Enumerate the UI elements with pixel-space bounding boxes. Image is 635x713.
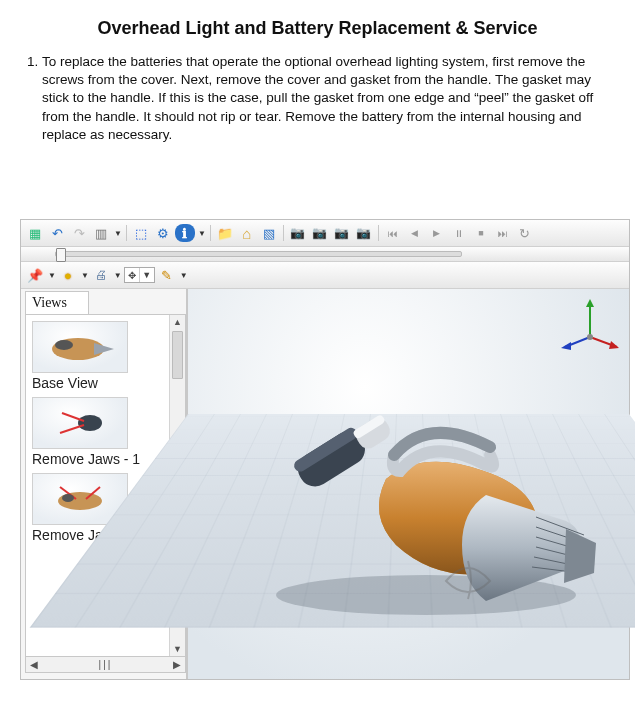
chevron-down-icon: ▼ bbox=[81, 271, 89, 280]
page-title: Overhead Light and Battery Replacement &… bbox=[28, 18, 607, 39]
workspace: Views Base View Remove Jaws - 1 bbox=[21, 289, 629, 679]
timeline-slider[interactable] bbox=[55, 251, 462, 257]
svg-line-4 bbox=[62, 413, 84, 421]
redo-button[interactable]: ↷ bbox=[69, 223, 89, 243]
animation-loop-button[interactable]: ↻ bbox=[515, 223, 535, 243]
instruction-list: To replace the batteries that operate th… bbox=[42, 53, 607, 144]
svg-marker-11 bbox=[586, 299, 594, 307]
animation-stop-button[interactable]: ■ bbox=[471, 223, 491, 243]
main-toolbar: ▦ ↶ ↷ ▥▼ ⬚ ⚙ ℹ ▼ 📁 ⌂ ▧ 📷 📷 📷 📷 ⏮ ◀ ▶ ⏸ ■… bbox=[21, 220, 629, 247]
scroll-thumb[interactable] bbox=[172, 331, 183, 379]
animation-play-button[interactable]: ▶ bbox=[427, 223, 447, 243]
folder-button[interactable]: 📁 bbox=[215, 223, 235, 243]
animation-prev-button[interactable]: ◀ bbox=[405, 223, 425, 243]
svg-point-16 bbox=[587, 334, 593, 340]
timeline-thumb[interactable] bbox=[56, 248, 66, 262]
app-icon[interactable]: ▦ bbox=[25, 223, 45, 243]
svg-point-1 bbox=[55, 340, 73, 350]
instruction-item-1: To replace the batteries that operate th… bbox=[42, 53, 607, 144]
chevron-down-icon: ▼ bbox=[180, 271, 188, 280]
view-item-label: Remove Jaws - 1 bbox=[32, 451, 165, 467]
camera-button-2[interactable]: 📷 bbox=[310, 223, 330, 243]
cad-viewer-window: ▦ ↶ ↷ ▥▼ ⬚ ⚙ ℹ ▼ 📁 ⌂ ▧ 📷 📷 📷 📷 ⏮ ◀ ▶ ⏸ ■… bbox=[20, 219, 630, 680]
view-item-label: Base View bbox=[32, 375, 165, 391]
separator bbox=[126, 225, 127, 241]
chevron-down-icon: ▼ bbox=[198, 229, 206, 238]
animation-first-button[interactable]: ⏮ bbox=[383, 223, 403, 243]
camera-button-1[interactable]: 📷 bbox=[288, 223, 308, 243]
secondary-toolbar: 📌 ▼ ● ▼ 🖨 ▼ ✥ ▼ ✎ ▼ bbox=[21, 262, 629, 289]
rescue-tool-model bbox=[236, 359, 606, 639]
separator bbox=[283, 225, 284, 241]
view-item-remove-jaws-1[interactable]: Remove Jaws - 1 bbox=[32, 397, 165, 467]
annotate-button[interactable]: ✎ bbox=[157, 265, 177, 285]
scroll-left-arrow[interactable]: ◀ bbox=[26, 659, 42, 670]
separator bbox=[210, 225, 211, 241]
home-button[interactable]: ⌂ bbox=[237, 223, 257, 243]
view-options-button[interactable]: ▥ bbox=[91, 223, 111, 243]
animation-pause-button[interactable]: ⏸ bbox=[449, 223, 469, 243]
svg-marker-13 bbox=[609, 341, 619, 349]
box-button[interactable]: ▧ bbox=[259, 223, 279, 243]
undo-button[interactable]: ↶ bbox=[47, 223, 67, 243]
camera-button-4[interactable]: 📷 bbox=[354, 223, 374, 243]
fit-view-button[interactable]: ⬚ bbox=[131, 223, 151, 243]
info-button[interactable]: ℹ bbox=[175, 224, 195, 242]
scroll-thumb[interactable]: ||| bbox=[99, 659, 113, 670]
view-thumbnail bbox=[32, 397, 128, 449]
view-thumbnail bbox=[32, 321, 128, 373]
views-horizontal-scrollbar[interactable]: ◀ ||| ▶ bbox=[25, 657, 186, 673]
chevron-down-icon: ▼ bbox=[48, 271, 56, 280]
svg-point-3 bbox=[78, 415, 102, 431]
svg-point-9 bbox=[62, 494, 74, 502]
chevron-down-icon: ▼ bbox=[139, 268, 154, 282]
separator bbox=[378, 225, 379, 241]
timeline-row bbox=[21, 247, 629, 262]
model-viewport[interactable] bbox=[187, 289, 629, 679]
print-button[interactable]: 🖨 bbox=[91, 265, 111, 285]
record-button[interactable]: ● bbox=[58, 265, 78, 285]
orientation-triad[interactable] bbox=[559, 297, 621, 359]
view-item-base[interactable]: Base View bbox=[32, 321, 165, 391]
chevron-down-icon: ▼ bbox=[114, 229, 122, 238]
svg-marker-2 bbox=[94, 343, 114, 355]
settings-gear-button[interactable]: ⚙ bbox=[153, 223, 173, 243]
svg-marker-15 bbox=[561, 342, 571, 350]
scroll-right-arrow[interactable]: ▶ bbox=[169, 659, 185, 670]
scroll-down-arrow[interactable]: ▼ bbox=[170, 642, 185, 656]
chevron-down-icon: ▼ bbox=[114, 271, 122, 280]
camera-button-3[interactable]: 📷 bbox=[332, 223, 352, 243]
scroll-up-arrow[interactable]: ▲ bbox=[170, 315, 185, 329]
svg-line-5 bbox=[60, 425, 84, 433]
animation-next-button[interactable]: ⏭ bbox=[493, 223, 513, 243]
move-icon: ✥ bbox=[125, 268, 139, 282]
pushpin-button[interactable]: 📌 bbox=[25, 265, 45, 285]
views-tab[interactable]: Views bbox=[25, 291, 89, 314]
nav-mode-control[interactable]: ✥ ▼ bbox=[124, 267, 155, 283]
